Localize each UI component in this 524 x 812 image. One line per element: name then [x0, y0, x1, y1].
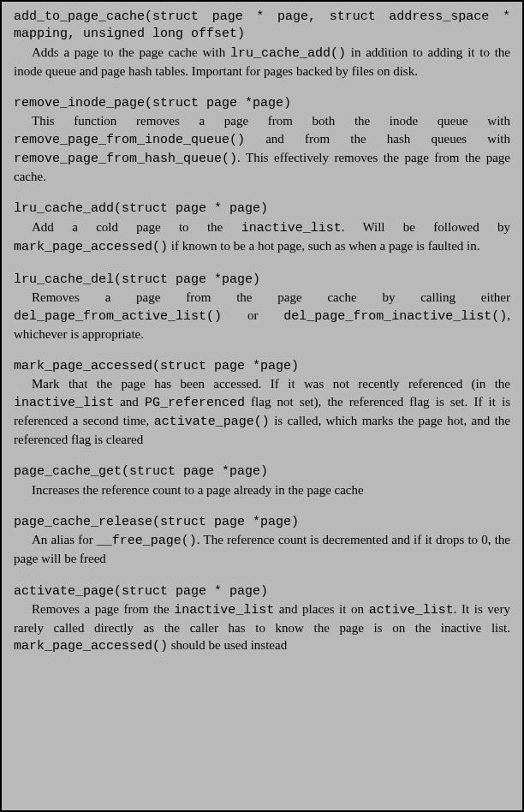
function-entry: activate_page(struct page * page) Remove…: [14, 583, 510, 656]
desc-text: and from the hash queues with: [245, 132, 510, 146]
desc-text: and: [114, 395, 145, 409]
function-entry: page_cache_release(struct page *page) An…: [14, 514, 510, 568]
inline-code: inactive_list: [241, 221, 342, 236]
function-signature: mark_page_accessed(struct page *page): [14, 358, 510, 375]
inline-code: PG_referenced: [145, 396, 245, 410]
desc-text: and places it on: [274, 602, 368, 616]
sig-line-2: mapping, unsigned long offset): [14, 26, 510, 43]
inline-code: lru_cache_add(): [230, 46, 346, 61]
inline-code: activate_page(): [154, 415, 270, 429]
desc-text: Add a cold page to the: [32, 220, 241, 234]
inline-code: mark_page_accessed(): [14, 240, 168, 254]
desc-text: This function removes a page from both t…: [32, 114, 510, 128]
desc-text: Removes a page from the: [32, 602, 174, 616]
function-entry: lru_cache_add(struct page * page) Add a …: [14, 200, 510, 256]
desc-text: Mark that the page has been accessed. If…: [32, 377, 510, 391]
function-entry: page_cache_get(struct page *page) Increa…: [14, 463, 510, 499]
inline-code: remove_page_from_inode_queue(): [14, 133, 245, 147]
desc-text: An alias for: [32, 533, 97, 546]
function-signature: lru_cache_add(struct page * page): [14, 200, 510, 218]
function-description: This function removes a page from both t…: [14, 112, 510, 185]
function-description: Increases the reference count to a page …: [14, 481, 510, 499]
function-description: An alias for __free_page(). The referenc…: [14, 531, 510, 568]
desc-text: should be used instead: [168, 638, 287, 652]
desc-text: Removes a page from the page cache by ca…: [32, 290, 510, 304]
desc-text: if known to be a hot page, such as when …: [168, 239, 479, 253]
function-entry: lru_cache_del(struct page *page) Removes…: [14, 272, 510, 343]
inline-code: remove_page_from_hash_queue(): [14, 152, 237, 166]
desc-text: . Will be followed by: [342, 220, 510, 234]
function-signature: activate_page(struct page * page): [14, 583, 510, 600]
function-description: Mark that the page has been accessed. If…: [14, 375, 510, 448]
function-signature: lru_cache_del(struct page *page): [14, 272, 510, 289]
function-description: Add a cold page to the inactive_list. Wi…: [14, 218, 510, 257]
sig-line-1: add_to_page_cache(struct page * page, st…: [14, 9, 510, 24]
function-description: Removes a page from the page cache by ca…: [14, 289, 510, 343]
function-entry: remove_inode_page(struct page *page) Thi…: [14, 95, 510, 185]
inline-code: del_page_from_active_list(): [14, 309, 222, 324]
doc-page: add_to_page_cache(struct page * page, st…: [0, 0, 524, 812]
function-description: Adds a page to the page cache with lru_c…: [14, 44, 510, 81]
inline-code: mark_page_accessed(): [14, 639, 168, 654]
inline-code: del_page_from_inactive_list(): [283, 309, 507, 324]
function-signature: page_cache_get(struct page *page): [14, 463, 510, 481]
function-entry: mark_page_accessed(struct page *page) Ma…: [14, 358, 510, 448]
function-signature: add_to_page_cache(struct page * page, st…: [14, 9, 510, 44]
inline-code: __free_page(): [97, 534, 197, 548]
inline-code: inactive_list: [174, 603, 274, 618]
desc-text: Adds a page to the page cache with: [32, 45, 230, 59]
function-signature: page_cache_release(struct page *page): [14, 514, 510, 531]
inline-code: active_list: [369, 603, 454, 618]
desc-text: or: [222, 308, 283, 322]
desc-text: Increases the reference count to a page …: [32, 483, 364, 497]
function-entry: add_to_page_cache(struct page * page, st…: [14, 9, 510, 80]
function-description: Removes a page from the inactive_list an…: [14, 600, 510, 656]
inline-code: inactive_list: [14, 396, 114, 410]
function-signature: remove_inode_page(struct page *page): [14, 95, 510, 112]
